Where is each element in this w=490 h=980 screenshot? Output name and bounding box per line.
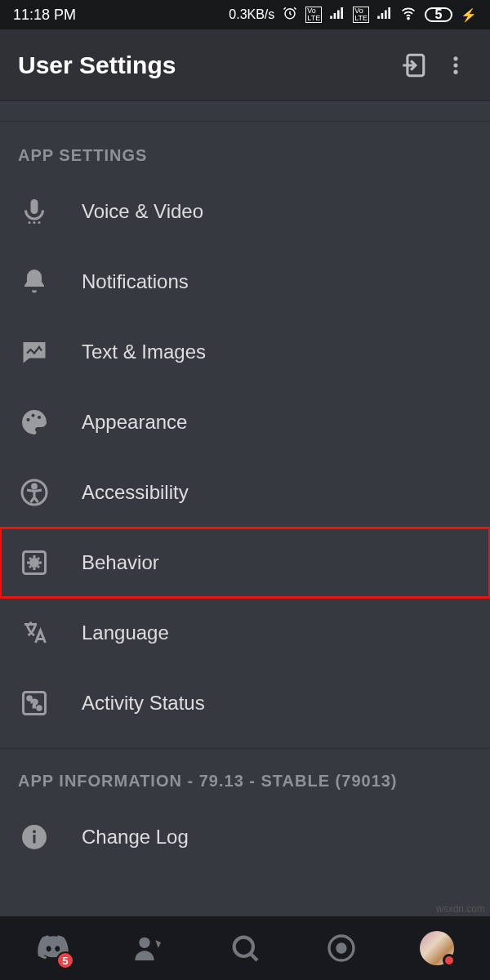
status-data-rate: 0.3KB/s	[229, 7, 274, 22]
settings-item-notifications[interactable]: Notifications	[0, 247, 490, 317]
signal-icon-2	[377, 7, 392, 22]
svg-point-30	[33, 830, 36, 833]
settings-item-label: Change Log	[82, 826, 189, 849]
alarm-icon	[283, 6, 297, 24]
svg-point-26	[38, 706, 42, 710]
language-icon	[16, 615, 52, 651]
svg-point-34	[337, 944, 345, 952]
svg-point-31	[140, 938, 150, 948]
settings-item-label: Language	[82, 621, 169, 644]
image-message-icon	[16, 334, 52, 370]
svg-point-11	[453, 56, 457, 60]
status-bar: 11:18 PM 0.3KB/s VoLTE VoLTE 5 ⚡	[0, 0, 490, 29]
bell-icon	[16, 264, 52, 300]
status-time: 11:18 PM	[13, 7, 76, 24]
settings-item-change-log[interactable]: Change Log	[0, 802, 490, 872]
info-icon	[16, 819, 52, 855]
charging-icon: ⚡	[461, 7, 477, 23]
settings-item-label: Behavior	[82, 551, 159, 574]
svg-rect-4	[341, 7, 344, 19]
avatar	[420, 931, 454, 965]
svg-rect-3	[337, 11, 340, 20]
svg-rect-1	[330, 16, 332, 20]
svg-point-32	[234, 938, 253, 956]
settings-item-appearance[interactable]: Appearance	[0, 387, 490, 457]
section-app-information-header: APP INFORMATION - 79.13 - STABLE (79013)	[0, 749, 490, 802]
login-icon[interactable]	[397, 49, 430, 82]
nav-discord[interactable]: 5	[29, 924, 78, 973]
settings-item-label: Text & Images	[82, 341, 206, 363]
settings-item-voice-video[interactable]: Voice & Video	[0, 176, 490, 247]
palette-icon	[16, 404, 52, 440]
dice-icon: ?	[16, 685, 52, 721]
nav-profile[interactable]	[412, 924, 461, 973]
header: User Settings	[0, 29, 490, 101]
svg-point-14	[29, 221, 31, 224]
battery-icon: 5	[425, 7, 452, 22]
content: APP SETTINGS Voice & Video Notifications…	[0, 101, 490, 916]
nav-mentions[interactable]	[317, 924, 366, 973]
settings-item-label: Activity Status	[82, 692, 205, 715]
svg-point-19	[38, 416, 41, 419]
settings-item-label: Notifications	[82, 270, 189, 293]
svg-rect-6	[381, 13, 384, 19]
svg-point-21	[33, 484, 37, 488]
settings-item-activity-status[interactable]: ? Activity Status	[0, 668, 490, 738]
more-icon[interactable]	[439, 49, 472, 82]
dnd-status-icon	[443, 954, 456, 967]
settings-item-label: Appearance	[82, 411, 187, 434]
svg-rect-2	[334, 13, 336, 19]
nav-friends[interactable]	[124, 924, 173, 973]
svg-point-13	[453, 69, 457, 74]
svg-rect-8	[388, 7, 390, 19]
settings-item-label: Accessibility	[82, 481, 189, 504]
signal-icon-1	[330, 7, 345, 22]
svg-rect-7	[385, 11, 387, 20]
svg-rect-29	[33, 835, 36, 844]
settings-item-language[interactable]: Language	[0, 598, 490, 668]
nav-badge: 5	[56, 951, 74, 969]
volte-icon-1: VoLTE	[305, 7, 322, 23]
svg-point-18	[31, 414, 34, 417]
status-right: 0.3KB/s VoLTE VoLTE 5 ⚡	[229, 5, 477, 24]
settings-item-accessibility[interactable]: Accessibility	[0, 457, 490, 528]
bottom-nav: 5	[0, 916, 490, 980]
svg-point-15	[33, 221, 36, 224]
svg-text:?: ?	[31, 697, 38, 710]
svg-point-17	[26, 418, 29, 421]
svg-point-23	[31, 559, 38, 567]
wifi-icon	[400, 5, 416, 24]
gear-box-icon	[16, 545, 52, 581]
microphone-icon	[16, 194, 52, 229]
svg-point-9	[408, 18, 409, 20]
settings-item-text-images[interactable]: Text & Images	[0, 317, 490, 387]
page-title: User Settings	[18, 51, 387, 79]
accessibility-icon	[16, 474, 52, 510]
svg-point-16	[38, 221, 41, 224]
watermark: wsxdn.com	[436, 903, 485, 915]
volte-icon-2: VoLTE	[353, 7, 369, 23]
section-app-settings-header: APP SETTINGS	[0, 122, 490, 176]
settings-item-behavior[interactable]: Behavior	[0, 528, 490, 598]
svg-point-12	[453, 63, 457, 67]
svg-rect-5	[377, 16, 380, 20]
settings-item-label: Voice & Video	[82, 200, 203, 223]
nav-search[interactable]	[220, 924, 270, 973]
